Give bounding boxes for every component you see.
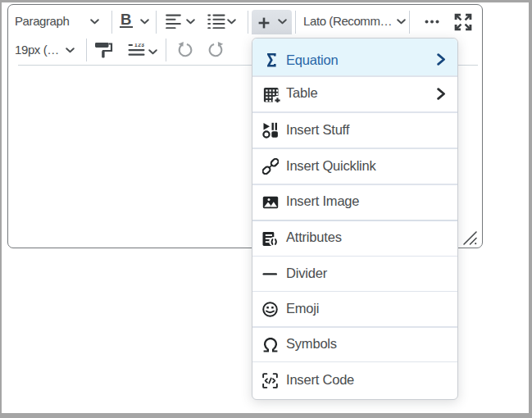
svg-text:123: 123 xyxy=(134,43,144,48)
